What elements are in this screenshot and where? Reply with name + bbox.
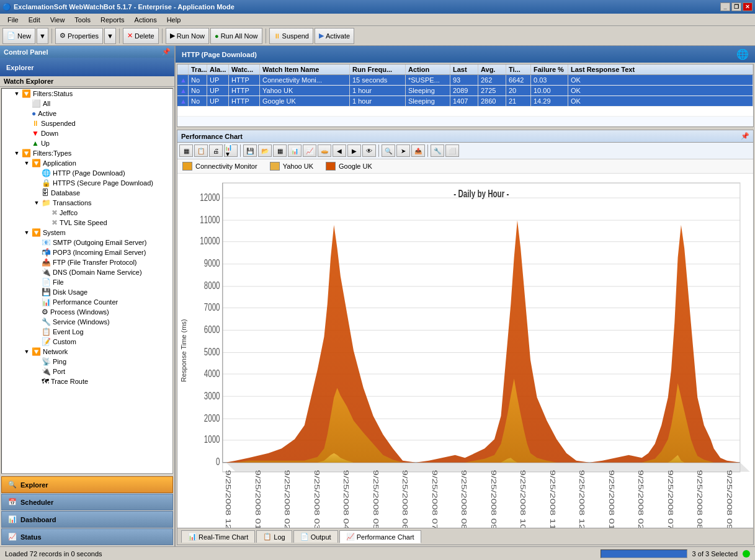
menu-file[interactable]: File	[2, 15, 24, 25]
tree-node-custom[interactable]: 📝 Custom	[2, 337, 172, 347]
new-dropdown[interactable]: ▼	[37, 28, 48, 44]
tab-output[interactable]: 📄 Output	[293, 530, 338, 543]
tree-node-ftp[interactable]: 📤 FTP (File Transfer Protocol)	[2, 257, 172, 267]
run-all-now-button[interactable]: ● Run All Now	[210, 28, 262, 44]
chart-pin-icon[interactable]: 📌	[741, 132, 749, 140]
col-header-ala[interactable]: Ala...	[207, 64, 229, 74]
port-icon: 🔌	[42, 367, 51, 376]
tree-node-database[interactable]: 🗄 Database	[2, 188, 172, 198]
nav-explorer[interactable]: 🔍 Explorer	[1, 476, 173, 493]
activate-button[interactable]: ▶ Activate	[315, 28, 354, 44]
chart-tb-save[interactable]: 💾	[243, 144, 257, 157]
chart-tb-tool[interactable]: 🔧	[431, 144, 444, 157]
chart-tb-bar[interactable]: 📊	[288, 144, 302, 157]
tree-node-perfcounter[interactable]: 📊 Performance Counter	[2, 297, 172, 307]
tree-node-eventlog[interactable]: 📋 Event Log	[2, 327, 172, 337]
tree-node-active[interactable]: ● Active	[2, 109, 172, 118]
tree-node-smtp[interactable]: 📧 SMTP (Outgoing Email Server)	[2, 238, 172, 247]
tree-node-system[interactable]: ▼ 🔽 System	[2, 228, 172, 238]
tab-log[interactable]: 📋 Log	[256, 530, 292, 543]
tree-node-filters-status[interactable]: ▼ 🔽 Filters:Status	[2, 89, 172, 99]
tree-node-ping[interactable]: 📡 Ping	[2, 357, 172, 367]
expand-icon[interactable]: ▼	[12, 150, 22, 156]
tree-node-https[interactable]: 🔒 HTTPS (Secure Page Download)	[2, 178, 172, 188]
tree-node-traceroute[interactable]: 🗺 Trace Route	[2, 376, 172, 386]
col-header-tra[interactable]: Tra...	[189, 64, 207, 74]
tree-node-http[interactable]: 🌐 HTTP (Page Download)	[2, 168, 172, 178]
col-header-last[interactable]: Last	[450, 64, 478, 74]
menu-help[interactable]: Help	[162, 15, 186, 25]
disk-icon: 💾	[42, 288, 51, 296]
chart-tb-open[interactable]: 📂	[258, 144, 272, 157]
tree-node-service[interactable]: 🔧 Service (Windows)	[2, 317, 172, 327]
tab-performance[interactable]: 📈 Performance Chart	[339, 530, 421, 543]
delete-button[interactable]: ✕ Delete	[123, 28, 159, 44]
restore-button[interactable]: ❐	[731, 2, 741, 11]
tree-node-filters-types[interactable]: ▼ 🔽 Filters:Types	[2, 148, 172, 158]
suspend-button[interactable]: ⏸ Suspend	[269, 28, 313, 44]
col-header-freq[interactable]: Run Frequ...	[350, 64, 406, 74]
nav-dashboard[interactable]: 📊 Dashboard	[1, 511, 173, 528]
chart-tb-settings[interactable]: ⬜	[445, 144, 459, 157]
run-now-button[interactable]: ▶ Run Now	[166, 28, 209, 44]
tree-node-down[interactable]: ▼ Down	[2, 128, 172, 138]
tree-node-dns[interactable]: 🔌 DNS (Domain Name Service)	[2, 267, 172, 277]
tree-node-suspended[interactable]: ⏸ Suspended	[2, 118, 172, 128]
chart-tb-copy[interactable]: 📋	[194, 144, 208, 157]
tree-node-port[interactable]: 🔌 Port	[2, 367, 172, 376]
col-header-ti[interactable]: Ti...	[506, 64, 531, 74]
tree-node-process[interactable]: ⚙ Process (Windows)	[2, 307, 172, 317]
new-button[interactable]: 📄 New	[2, 28, 35, 44]
chart-tb-zoom[interactable]: 🔍	[382, 144, 395, 157]
tree-node-network[interactable]: ▼ 🔽 Network	[2, 347, 172, 357]
menu-tools[interactable]: Tools	[69, 15, 96, 25]
svg-text:9/25/2008 12 AM: 9/25/2008 12 AM	[225, 470, 233, 528]
menu-view[interactable]: View	[45, 15, 70, 25]
pin-icon[interactable]: 📌	[162, 48, 171, 56]
menu-reports[interactable]: Reports	[96, 15, 130, 25]
tree-node-all[interactable]: ⬜ All	[2, 99, 172, 109]
minimize-button[interactable]: _	[720, 2, 730, 11]
col-header-watch[interactable]: Watc...	[229, 64, 260, 74]
row-ti: 6642	[506, 75, 531, 85]
tree-node-tvl[interactable]: ✖ TVL Site Speed	[2, 218, 172, 228]
chart-tb-print[interactable]: 🖨	[209, 144, 223, 157]
col-header-name[interactable]: Watch Item Name	[260, 64, 350, 74]
tree-node-pop3[interactable]: 📬 POP3 (Incoming Email Server)	[2, 247, 172, 257]
chart-tb-table[interactable]: ▦	[273, 144, 287, 157]
chart-tb-select[interactable]: ➤	[396, 144, 410, 157]
legend-color-connectivity	[182, 162, 192, 171]
nav-scheduler[interactable]: 📅 Scheduler	[1, 494, 173, 510]
tree-node-transactions[interactable]: ▼ 📁 Transactions	[2, 198, 172, 208]
chart-tb-scroll-right[interactable]: ▶	[347, 144, 361, 157]
http-icon: 🌐	[42, 169, 51, 177]
col-header-resp[interactable]: Last Response Text	[568, 64, 753, 74]
col-header-avg[interactable]: Avg.	[478, 64, 506, 74]
chart-tb-grid[interactable]: ▦	[179, 144, 193, 157]
chart-tb-view[interactable]: 👁	[362, 144, 376, 157]
expand-icon[interactable]: ▼	[12, 91, 22, 97]
properties-button[interactable]: ⚙ Properties	[55, 28, 103, 44]
col-header-action[interactable]: Action	[406, 64, 450, 74]
table-row[interactable]: ▲ No UP HTTP Google UK 1 hour Sleeping 1…	[177, 96, 753, 107]
properties-dropdown[interactable]: ▼	[104, 28, 116, 44]
close-button[interactable]: ✕	[743, 2, 753, 11]
tree-node-file[interactable]: 📄 File	[2, 277, 172, 287]
chart-tb-line[interactable]: 📈	[303, 144, 316, 157]
menu-actions[interactable]: Actions	[130, 15, 162, 25]
tree-node-jeffco[interactable]: ✖ Jeffco	[2, 208, 172, 218]
tree-node-diskusage[interactable]: 💾 Disk Usage	[2, 287, 172, 297]
chart-tb-type[interactable]: 📊▼	[224, 144, 238, 157]
table-row[interactable]: ▲ No UP HTTP Connectivity Moni... 15 sec…	[177, 75, 753, 86]
col-header-fail[interactable]: Failure %	[531, 64, 568, 74]
tree-node-application[interactable]: ▼ 🔽 Application	[2, 158, 172, 168]
tab-realtime[interactable]: 📊 Real-Time Chart	[181, 530, 255, 543]
tree-node-up[interactable]: ▲ Up	[2, 138, 172, 148]
nav-status[interactable]: 📈 Status	[1, 528, 173, 545]
table-row[interactable]: ▲ No UP HTTP Yahoo UK 1 hour Sleeping 20…	[177, 86, 753, 96]
chart-tb-scroll-left[interactable]: ◀	[333, 144, 346, 157]
chart-tb-export[interactable]: 📤	[411, 144, 425, 157]
menu-edit[interactable]: Edit	[24, 15, 45, 25]
chart-tb-pie[interactable]: 🥧	[318, 144, 331, 157]
window-controls[interactable]: _ ❐ ✕	[720, 2, 753, 11]
